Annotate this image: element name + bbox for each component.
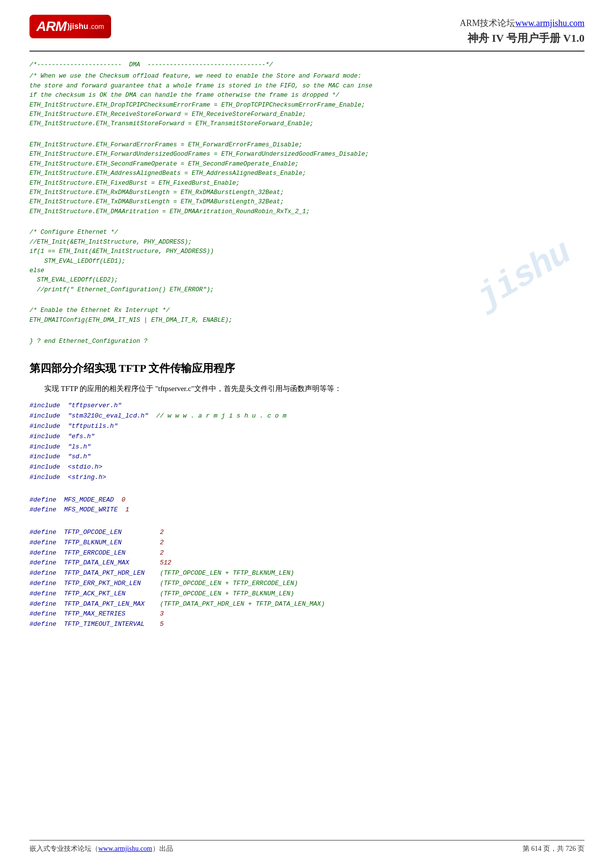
site-label: ARM技术论坛www.armjishu.com bbox=[460, 17, 585, 29]
code-configure-eth: /* Configure Ethernet */ //ETH_Init(&ETH… bbox=[29, 219, 585, 295]
page-footer: 嵌入式专业技术论坛（www.armjishu.com）出品 第 614 页，共 … bbox=[29, 840, 585, 853]
footer-url[interactable]: www.armjishu.com bbox=[98, 845, 152, 852]
intro-text: 实现 TFTP 的应用的相关程序位于 "tftpserver.c"文件中，首先是… bbox=[29, 383, 585, 395]
logo: ARM )jishu .com bbox=[29, 15, 111, 38]
site-url[interactable]: www.armjishu.com bbox=[515, 18, 585, 28]
code-enable-rx: /* Enable the Ethernet Rx Interrupt */ E… bbox=[29, 297, 585, 325]
header-right: ARM技术论坛www.armjishu.com 神舟 IV 号用户手册 V1.0 bbox=[460, 15, 585, 46]
section-heading: 第四部分介绍实现 TFTP 文件传输应用程序 bbox=[29, 361, 585, 376]
code-checksum-comment: /* When we use the Checksum offload feat… bbox=[29, 72, 585, 129]
header-divider bbox=[29, 51, 585, 52]
code-dma-header: /*----------------------- DMA ----------… bbox=[29, 60, 585, 70]
code-defines-mfs: #define MFS_MODE_READ 0 #define MFS_MODE… bbox=[29, 485, 585, 515]
footer-left: 嵌入式专业技术论坛（www.armjishu.com）出品 bbox=[29, 844, 173, 853]
page-header: ARM )jishu .com ARM技术论坛www.armjishu.com … bbox=[29, 15, 585, 46]
code-includes: #include "tftpserver.h" #include "stm321… bbox=[29, 401, 585, 482]
logo-image: ARM )jishu .com bbox=[29, 15, 111, 38]
book-title: 神舟 IV 号用户手册 V1.0 bbox=[460, 31, 585, 46]
code-eth-init: ETH_InitStructure.ETH_ForwardErrorFrames… bbox=[29, 131, 585, 217]
code-defines-tftp: #define TFTP_OPCODE_LEN 2 #define TFTP_B… bbox=[29, 517, 585, 630]
footer-right: 第 614 页，共 726 页 bbox=[523, 844, 585, 853]
code-end-comment: } ? end Ethernet_Configuration ? bbox=[29, 327, 585, 346]
logo-com-text: .com bbox=[89, 23, 104, 30]
logo-jishu-text: )jishu bbox=[67, 22, 88, 31]
logo-arm-text: ARM bbox=[36, 19, 66, 34]
